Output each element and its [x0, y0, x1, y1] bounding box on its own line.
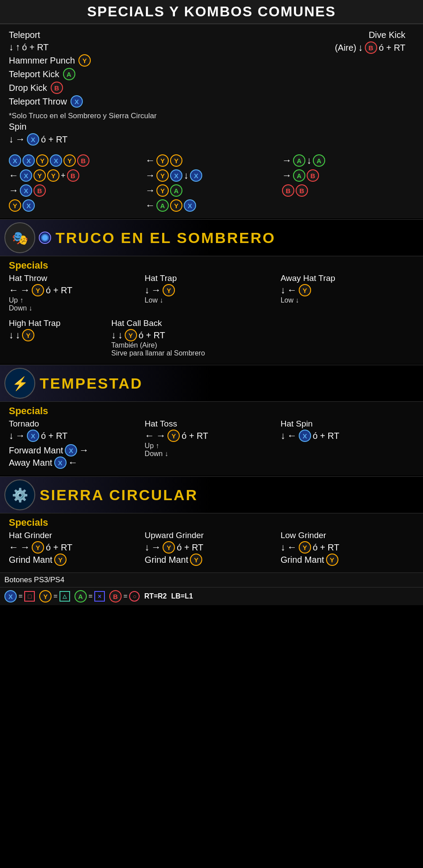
high-hat-trap-title: High Hat Trap [9, 318, 109, 328]
combo-1-4: Y X [9, 199, 141, 212]
hg-mant-y: Y [54, 554, 67, 566]
legend-y-btn: Y [39, 590, 52, 602]
c2-4-a: A [156, 199, 169, 212]
sierra-col-1: Hat Grinder ← → Y ó + RT Grind Mant Y [9, 531, 142, 566]
spin-right: → [15, 134, 25, 145]
combo-2-4: ← A Y X [145, 199, 278, 212]
truco-moves-grid: Hat Throw ← → Y ó + RT Up ↑ Down ↓ Hat T… [9, 273, 414, 312]
c2-3-right: → [145, 185, 155, 196]
truco-title: TRUCO EN EL SOMBRERO [56, 229, 276, 247]
truco-row2: High Hat Trap ↓ ↓ Y Hat Call Back ↓ ↓ Y [9, 318, 414, 357]
tor-right: → [15, 430, 25, 441]
sierra-icon: ⚙️ [4, 479, 35, 510]
amant-x: X [54, 456, 67, 469]
temp-col-1: Tornado ↓ → X ó + RT Forward Mant X → Aw… [9, 419, 142, 469]
legend-x-eq: = [19, 592, 22, 600]
hatrap-y: Y [163, 284, 175, 296]
c2-2-y: Y [156, 169, 169, 182]
ht-left: ← [9, 284, 19, 296]
hcb-note1: También (Aire) [111, 341, 312, 349]
legend-x-btn: X [4, 590, 17, 602]
htoss-right: → [156, 430, 166, 441]
main-title: SPECIALS Y KOMBOS COMUNES [4, 4, 419, 20]
dive-down: ↓ [358, 42, 363, 53]
combo-2-3: → Y A [145, 184, 278, 197]
truco-moves-grid-2: High Hat Trap ↓ ↓ Y Hat Call Back ↓ ↓ Y [9, 318, 414, 357]
lg-grind-label: Grind Mant [281, 555, 324, 565]
c2-2-x2: X [190, 169, 202, 182]
hg-right: → [20, 542, 30, 553]
away-hat-trap-title: Away Hat Trap [281, 273, 414, 283]
truco-col-1: Hat Throw ← → Y ó + RT Up ↑ Down ↓ [9, 273, 142, 312]
hcb-y: Y [125, 329, 137, 341]
away-hat-trap-input: ↓ ← Y [281, 284, 414, 296]
forward-mant-label: Forward Mant [9, 445, 63, 456]
tempestad-content: Specials Tornado ↓ → X ó + RT Forward Ma… [0, 402, 423, 475]
hat-call-back-input: ↓ ↓ Y ó + RT [111, 329, 312, 341]
away-mant-input: Away Mant X ← [9, 456, 142, 469]
hat-grinder-input: ← → Y ó + RT [9, 541, 142, 554]
combo-3-2: → A B [282, 169, 414, 182]
teleport-kick-btn-a: A [63, 68, 75, 80]
ht-y: Y [32, 284, 44, 296]
htoss-y: Y [167, 430, 180, 442]
hat-toss-input: ← → Y ó + RT [145, 430, 278, 442]
ps-label: Botones PS3/PS4 [4, 576, 64, 584]
hspin-left: ← [287, 430, 297, 441]
legend-y-shape: △ [59, 591, 70, 602]
c1-btn2: X [22, 154, 35, 167]
combo-col-1: X X Y X Y B ← X Y Y + B → X B Y [9, 154, 141, 212]
combo-col-2: ← Y Y → Y X ↓ X → Y A ← A Y X [145, 154, 278, 212]
low-grinder-input: ↓ ← Y ó + RT [281, 541, 414, 554]
tor-or-rt: ó + RT [41, 431, 67, 441]
htoss-or-rt: ó + RT [182, 431, 208, 441]
hspin-down: ↓ [281, 430, 286, 441]
drop-kick-name: Drop Kick [9, 83, 47, 93]
truco-col-6 [314, 318, 415, 357]
c2-3-a: A [170, 184, 182, 197]
teleport-throw-btn-x: X [70, 95, 83, 108]
c2-1-left: ← [145, 155, 155, 166]
c1-2-x: X [20, 169, 32, 182]
spin-btn-x: X [27, 133, 39, 146]
combo-2-2: → Y X ↓ X [145, 169, 278, 182]
c2-3-y: Y [156, 184, 169, 197]
hatrap-down: ↓ [145, 284, 149, 296]
hg-y: Y [32, 541, 44, 554]
lg-or-rt: ó + RT [313, 542, 339, 553]
c1-btn1: X [9, 154, 21, 167]
c3-1-right: → [282, 155, 292, 166]
temp-col-3: Hat Spin ↓ ← X ó + RT [281, 419, 414, 469]
c1-4-x: X [22, 199, 35, 212]
page: SPECIALS Y KOMBOS COMUNES Teleport ↓ ↑ ó… [0, 0, 423, 605]
ug-y: Y [163, 541, 175, 554]
solo-note: *Solo Truco en el Sombrero y Sierra Circ… [9, 112, 414, 120]
aht-y: Y [299, 284, 311, 296]
specials-right: Dive Kick (Aire) ↓ B ó + RT [207, 29, 414, 109]
truco-col-5: Hat Call Back ↓ ↓ Y ó + RT También (Aire… [111, 318, 312, 357]
c2-4-x: X [184, 199, 196, 212]
hat-throw-input: ← → Y ó + RT [9, 284, 142, 296]
upward-grinder-input: ↓ → Y ó + RT [145, 541, 278, 554]
teleport-kick-name: Teleport Kick [9, 69, 59, 79]
c2-1-y: Y [156, 154, 169, 167]
hatrap-right: → [151, 284, 161, 296]
hammer-row: Hamnmer Punch Y [9, 54, 207, 67]
sierra-section: ⚙️ SIERRA CIRCULAR Specials Hat Grinder … [0, 476, 423, 572]
teleport-throw-name: Teleport Throw [9, 97, 67, 107]
lg-down: ↓ [281, 542, 286, 553]
tempestad-specials-label: Specials [9, 405, 414, 417]
truco-content: Specials Hat Throw ← → Y ó + RT Up ↑ Dow… [0, 256, 423, 364]
hat-trap-input: ↓ → Y [145, 284, 278, 296]
aht-left: ← [287, 284, 297, 296]
tor-down: ↓ [9, 430, 14, 441]
hg-grind-label: Grind Mant [9, 555, 52, 565]
hspin-or-rt: ó + RT [313, 431, 339, 441]
hammer-name: Hamnmer Punch [9, 56, 75, 66]
truco-col-2: Hat Trap ↓ → Y Low ↓ [145, 273, 278, 312]
hcb-down2: ↓ [118, 329, 123, 341]
legend-x-shape: □ [24, 591, 35, 602]
teleport-name: Teleport [9, 30, 40, 40]
legend-b: B = ○ [109, 590, 140, 602]
hat-throw-down: Down ↓ [9, 304, 142, 312]
